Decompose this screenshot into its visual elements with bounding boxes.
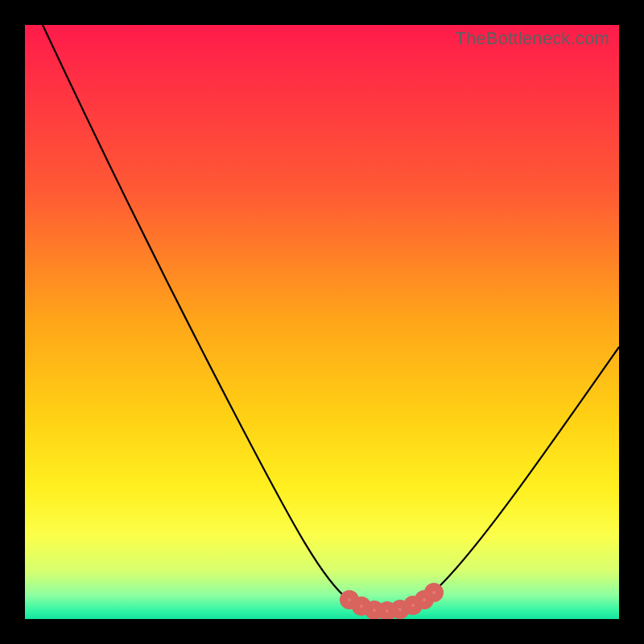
chart-frame: TheBottleneck.com (0, 0, 644, 644)
gradient-background (25, 25, 619, 619)
svg-point-7 (428, 587, 440, 598)
chart-plot-area: TheBottleneck.com (25, 25, 619, 619)
chart-svg (25, 25, 619, 619)
watermark-label: TheBottleneck.com (455, 28, 609, 49)
